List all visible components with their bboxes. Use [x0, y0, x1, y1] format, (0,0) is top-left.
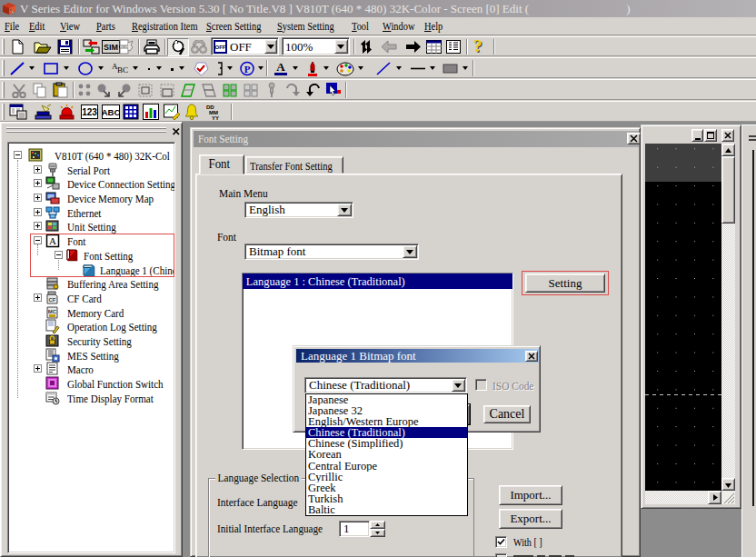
svg-text:C: C [123, 65, 128, 75]
svg-text:?: ? [473, 38, 482, 55]
svg-text:OFF: OFF [215, 45, 226, 50]
svg-text:MC: MC [48, 309, 57, 314]
svg-text:YY: YY [212, 115, 219, 121]
svg-text:SIM: SIM [104, 43, 118, 52]
svg-text:CF: CF [49, 297, 56, 303]
svg-text:A: A [276, 61, 285, 74]
svg-text:ABC: ABC [102, 107, 120, 117]
svg-text:P: P [244, 64, 251, 75]
svg-text:123: 123 [82, 107, 97, 117]
